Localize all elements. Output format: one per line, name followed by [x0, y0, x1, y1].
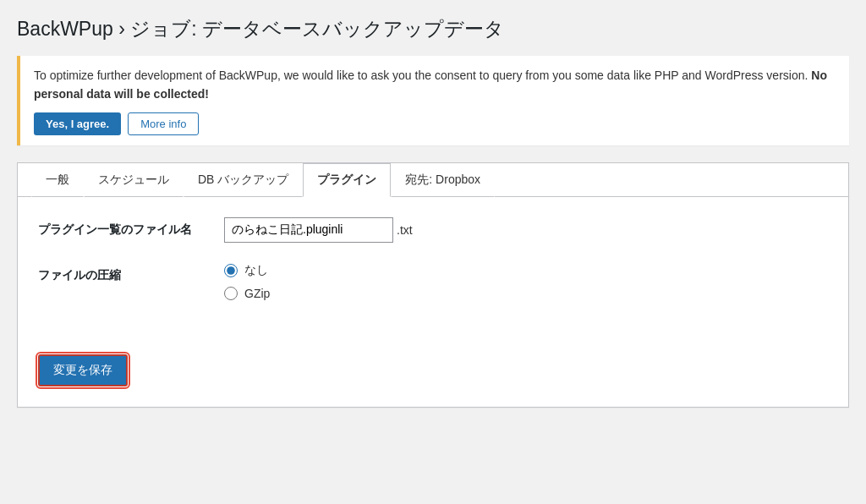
notice-box: To optimize further development of BackW…: [17, 56, 849, 145]
more-info-button[interactable]: More info: [128, 112, 199, 135]
save-area: 変更を保存: [18, 341, 848, 407]
filename-input[interactable]: [224, 217, 393, 243]
page-title: BackWPup › ジョブ: データベースバックアップデータ: [17, 17, 849, 42]
compression-none-label: なし: [244, 263, 268, 278]
tab-schedule[interactable]: スケジュール: [84, 163, 184, 197]
compression-gzip-label: GZip: [244, 287, 270, 300]
notice-text: To optimize further development of BackW…: [34, 66, 836, 104]
compression-control: なし GZip: [224, 263, 828, 300]
filename-label: プラグイン一覧のファイル名: [38, 217, 224, 238]
tab-general[interactable]: 一般: [31, 163, 84, 197]
compression-row: ファイルの圧縮 なし GZip: [38, 263, 828, 300]
form-area: プラグイン一覧のファイル名 .txt ファイルの圧縮 なし: [18, 197, 848, 341]
page-wrapper: BackWPup › ジョブ: データベースバックアップデータ To optim…: [0, 0, 866, 504]
save-button[interactable]: 変更を保存: [38, 354, 128, 386]
compression-gzip-option[interactable]: GZip: [224, 287, 828, 300]
compression-gzip-radio[interactable]: [224, 287, 238, 300]
filename-row: プラグイン一覧のファイル名 .txt: [38, 217, 828, 243]
compression-none-option[interactable]: なし: [224, 263, 828, 278]
filename-input-wrapper: .txt: [224, 217, 828, 243]
agree-button[interactable]: Yes, I agree.: [34, 112, 121, 135]
tab-plugin[interactable]: プラグイン: [303, 163, 391, 197]
filename-control: .txt: [224, 217, 828, 243]
content-area: 一般 スケジュール DB バックアップ プラグイン 宛先: Dropbox プラ…: [17, 162, 849, 408]
compression-none-radio[interactable]: [224, 264, 238, 277]
filename-suffix: .txt: [397, 223, 413, 237]
tab-dropbox[interactable]: 宛先: Dropbox: [391, 163, 495, 197]
notice-buttons: Yes, I agree. More info: [34, 112, 836, 135]
tab-db-backup[interactable]: DB バックアップ: [184, 163, 303, 197]
compression-label: ファイルの圧縮: [38, 263, 224, 283]
tabs-bar: 一般 スケジュール DB バックアップ プラグイン 宛先: Dropbox: [18, 163, 848, 197]
compression-radio-group: なし GZip: [224, 263, 828, 300]
